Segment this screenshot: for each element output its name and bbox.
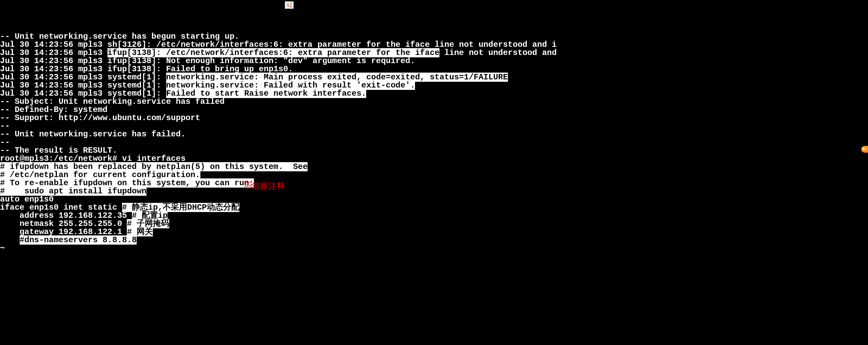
terminal-text: iface enp1s0 inet static (0, 203, 122, 212)
terminal-text: auto enp1s0 (0, 195, 54, 204)
highlighted-text: ifup[3138]: /etc/network/interfaces:6: e… (107, 48, 439, 57)
terminal-text: Jul 30 14:23:56 mpls3 systemd[1]: (0, 89, 166, 98)
terminal-text: -- The result is RESULT. (0, 146, 117, 155)
terminal-text: Jul 30 14:23:56 mpls3 ifup[3138]: Not en… (0, 56, 415, 65)
highlighted-text: # ifupdown has been replaced by netplan(… (0, 162, 308, 171)
highlighted-text: networking.service: Main process exited,… (166, 73, 508, 82)
terminal-text: Jul 30 14:23:56 mpls3 (0, 48, 107, 57)
highlighted-text: #dns-nameservers 8.8.8.8 (20, 235, 137, 245)
terminal-line: ~ (0, 244, 868, 252)
terminal-line: Jul 30 14:23:56 mpls3 sh[3126]: /etc/net… (0, 41, 868, 49)
terminal-line: # To re-enable ifupdown on this system, … (0, 179, 868, 187)
terminal-text: -- Support: http://www.ubuntu.com/suppor… (0, 113, 200, 122)
terminal-line: auto enp1s0 (0, 195, 868, 204)
terminal-text: Jul 30 14:23:56 mpls3 systemd[1]: (0, 73, 166, 82)
terminal-text: -- (0, 138, 10, 147)
terminal-text: -- Unit networking.service has failed. (0, 130, 185, 139)
ime-label: S (287, 3, 290, 7)
terminal-text: Jul 30 14:23:56 mpls3 sh[3126]: /etc/net… (0, 40, 557, 49)
terminal-line: -- (0, 122, 868, 130)
annotation-comment-warning: 不能跟注释 (244, 183, 285, 191)
terminal-line: -- Subject: Unit networking.service has … (0, 98, 868, 106)
terminal-output[interactable]: -- Unit networking.service has begun sta… (0, 33, 868, 252)
terminal-line: -- (0, 138, 868, 147)
terminal-text: -- Subject: Unit networking.service has … (0, 97, 225, 106)
terminal-text: gateway 192.168.122.1 (0, 227, 127, 236)
terminal-line: Jul 30 14:23:56 mpls3 ifup[3138]: Failed… (0, 65, 868, 73)
terminal-line: # /etc/netplan for current configuration… (0, 171, 868, 179)
highlighted-text: Failed to start Raise network interfaces… (166, 89, 367, 98)
highlighted-text: # 子网掩码 (127, 219, 169, 228)
terminal-line: Jul 30 14:23:56 mpls3 systemd[1]: networ… (0, 81, 868, 90)
highlighted-text: networking.service: Failed with result '… (166, 81, 415, 90)
highlighted-text: # 网关 (127, 227, 153, 236)
terminal-line: address 192.168.122.35 # 配置ip (0, 212, 868, 220)
terminal-text: ~ (0, 244, 5, 253)
terminal-text: address 192.168.122.35 (0, 211, 132, 220)
terminal-line: Jul 30 14:23:56 mpls3 systemd[1]: Failed… (0, 90, 868, 98)
terminal-text: Jul 30 14:23:56 mpls3 systemd[1]: (0, 81, 166, 90)
terminal-line: #dns-nameservers 8.8.8.8 (0, 236, 868, 244)
highlighted-text: # 配置ip (132, 211, 168, 220)
terminal-text: -- (0, 121, 10, 131)
terminal-text: Jul 30 14:23:56 mpls3 ifup[3138]: Failed… (0, 64, 293, 74)
side-badge-icon[interactable]: B1 (861, 146, 868, 153)
terminal-text: netmask 255.255.255.0 (0, 219, 127, 228)
terminal-text (0, 235, 20, 245)
terminal-text: root@mpls3:/etc/network# vi interfaces (0, 154, 185, 163)
ime-indicator[interactable]: S ▴▾ (285, 1, 294, 9)
terminal-line: # sudo apt install ifupdown (0, 187, 868, 195)
highlighted-text: # /etc/netplan for current configuration… (0, 170, 200, 179)
terminal-line: Jul 30 14:23:56 mpls3 ifup[3138]: /etc/n… (0, 49, 868, 57)
terminal-line: Jul 30 14:23:56 mpls3 systemd[1]: networ… (0, 73, 868, 81)
terminal-line: -- The result is RESULT. (0, 147, 868, 155)
terminal-line: -- Unit networking.service has begun sta… (0, 33, 868, 41)
terminal-line: root@mpls3:/etc/network# vi interfaces (0, 155, 868, 163)
terminal-line: iface enp1s0 inet static # 静态ip,不采用DHCP动… (0, 204, 868, 212)
terminal-text: line not understood and (439, 48, 557, 57)
terminal-line: # ifupdown has been replaced by netplan(… (0, 163, 868, 171)
terminal-line: netmask 255.255.255.0 # 子网掩码 (0, 220, 868, 228)
highlighted-text: # 静态ip,不采用DHCP动态分配 (122, 203, 239, 212)
highlighted-text: # To re-enable ifupdown on this system, … (0, 178, 254, 188)
terminal-line: Jul 30 14:23:56 mpls3 ifup[3138]: Not en… (0, 57, 868, 65)
terminal-line: -- Support: http://www.ubuntu.com/suppor… (0, 114, 868, 122)
terminal-text: -- Defined-By: systemd (0, 105, 107, 114)
terminal-line: -- Defined-By: systemd (0, 106, 868, 114)
highlighted-text: # sudo apt install ifupdown (0, 187, 146, 196)
ime-arrows-icon: ▴▾ (290, 2, 292, 8)
terminal-line: -- Unit networking.service has failed. (0, 130, 868, 138)
terminal-text: -- Unit networking.service has begun sta… (0, 32, 239, 41)
terminal-line: gateway 192.168.122.1 # 网关 (0, 228, 868, 236)
